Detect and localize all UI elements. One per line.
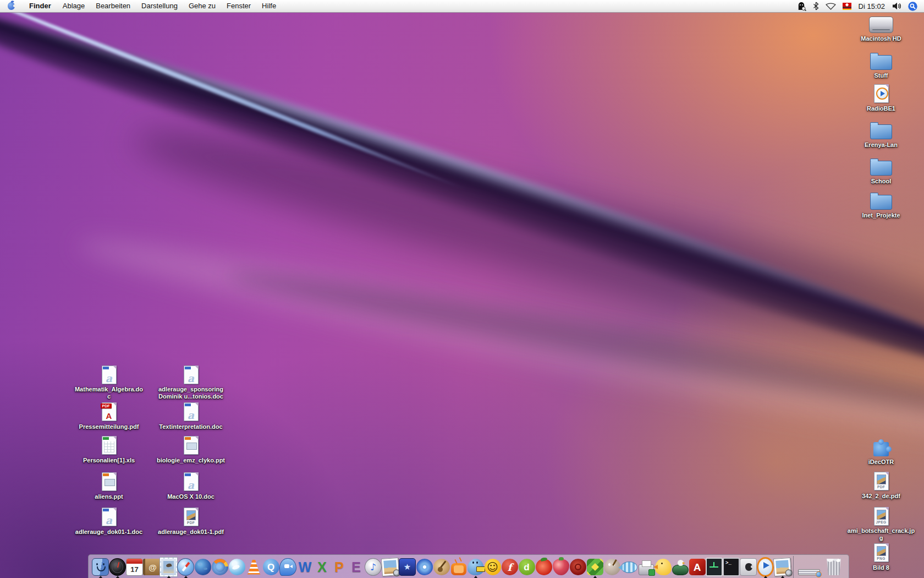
dock-ical[interactable]: 17 <box>126 556 143 578</box>
desktop-icon-personalien-xls[interactable]: Personalien[1].xls <box>68 435 150 465</box>
dock-terminal[interactable]: >_ <box>723 556 740 578</box>
dock-vlc[interactable] <box>245 556 262 578</box>
dock-adobe-acrobat[interactable]: A <box>689 556 706 578</box>
idvd-icon <box>416 559 433 575</box>
desktop-icon-macintosh-hd[interactable]: Macintosh HD <box>840 13 922 43</box>
dock-chicken-of-the-vnc[interactable] <box>672 556 689 578</box>
desktop-icon-mathematik-algebra-doc[interactable]: aMathematik_Algebra.do c <box>68 364 150 401</box>
macromedia-flash-icon: f <box>502 559 518 575</box>
spotlight-icon[interactable] <box>908 2 917 11</box>
dock-imovie[interactable]: ★ <box>399 556 416 578</box>
dock-garageband[interactable] <box>433 556 450 578</box>
dock-macromedia-dreamweaver[interactable]: d <box>518 556 535 578</box>
desktop-icon-erenya-lan[interactable]: Erenya-Lan <box>840 119 922 149</box>
icon-glyph: a <box>102 514 116 526</box>
dock-icon-glyph: A <box>694 562 701 572</box>
input-language-flag-icon[interactable] <box>843 3 851 10</box>
menu-fenster[interactable]: Fenster <box>221 0 256 12</box>
dock-idvd[interactable] <box>416 556 433 578</box>
ichat-icon <box>279 558 296 576</box>
menu-finder[interactable]: Finder <box>23 0 57 12</box>
dock-kaleidoscope-app[interactable] <box>586 556 603 578</box>
dock-quicktime[interactable]: Q <box>262 556 279 578</box>
icon-art <box>877 510 886 520</box>
dock-yahoo-messenger[interactable]: ☺ <box>484 556 501 578</box>
desktop-icon-bild-8[interactable]: PNGBild 8 <box>840 542 922 572</box>
dock-ichat[interactable] <box>279 556 296 578</box>
icon-art <box>186 443 197 450</box>
dock-icon-glyph: d <box>524 563 529 572</box>
dock-iphoto[interactable] <box>382 556 399 578</box>
dock-ms-excel[interactable]: X <box>314 556 331 578</box>
menu-ablage[interactable]: Ablage <box>57 0 90 12</box>
bluetooth-icon[interactable] <box>813 2 819 10</box>
desktop-icon-label: iDecOTR <box>868 459 894 466</box>
dock-cyberduck[interactable] <box>654 556 672 578</box>
menu-gehe-zu[interactable]: Gehe zu <box>183 0 221 12</box>
dock-photos-app[interactable] <box>774 556 791 578</box>
dock-macromedia-flash[interactable]: f <box>501 556 518 578</box>
garageband-icon <box>433 559 450 575</box>
menubar-clock[interactable]: Di 15:02 <box>857 2 886 10</box>
desktop-icon-radiobe1[interactable]: RadioBE1 <box>840 83 922 113</box>
icon-glyph: A <box>102 411 116 421</box>
dock-icon-glyph: ♪ <box>370 563 376 572</box>
dock-tomato-app[interactable] <box>535 556 552 578</box>
dock-printer-utility[interactable] <box>637 556 654 578</box>
dock-eyetv[interactable] <box>450 556 467 578</box>
pptdoc-icon <box>184 436 199 455</box>
dock-icon-glyph: P <box>334 560 344 574</box>
filetype-badge: JPEG <box>875 520 888 524</box>
dock-web-browser-globe[interactable] <box>194 556 211 578</box>
desktop-icon-textinterpretation-doc[interactable]: aTextinterpretation.doc <box>150 401 232 431</box>
dock-raspberry-app[interactable] <box>552 556 569 578</box>
dock-apple-system-utility[interactable] <box>740 556 757 578</box>
dock-realplayer[interactable] <box>757 556 774 578</box>
desktop-icon-342-2-de-pdf[interactable]: PDF342_2_de.pdf <box>840 471 922 500</box>
dock-minimized-window[interactable] <box>796 556 822 578</box>
hooded-spy-icon[interactable] <box>796 2 807 11</box>
dock-activity-monitor[interactable] <box>706 556 723 578</box>
dock-blue-messenger-bird[interactable] <box>228 556 245 578</box>
dock-ms-powerpoint[interactable]: P <box>331 556 348 578</box>
dock-address-book[interactable]: @ <box>143 556 160 578</box>
desktop-icon-label: RadioBE1 <box>867 105 895 112</box>
desktop-icon-adlerauge-dok01-1-doc[interactable]: aadlerauge_dok01-1.doc <box>68 506 150 536</box>
dock-itunes[interactable]: ♪ <box>365 556 382 578</box>
menu-bearbeiten[interactable]: Bearbeiten <box>90 0 136 12</box>
dock-trash[interactable] <box>822 556 845 578</box>
desktop-icon-inet-projekte[interactable]: Inet_Projekte <box>840 190 922 220</box>
dock-mail[interactable] <box>160 556 177 578</box>
dock-finder[interactable] <box>92 556 109 578</box>
desktop-icon-school[interactable]: School <box>840 156 922 186</box>
amsn-icon <box>468 559 484 575</box>
dock-red-disc-app[interactable] <box>569 556 586 578</box>
menu-darstellung[interactable]: Darstellung <box>136 0 183 12</box>
apple-menu[interactable] <box>0 2 23 10</box>
volume-icon[interactable] <box>892 2 902 10</box>
menu-hilfe[interactable]: Hilfe <box>256 0 282 12</box>
desktop-icon-aliens-ppt[interactable]: aliens.ppt <box>68 471 150 501</box>
airport-wifi-icon[interactable] <box>825 2 837 10</box>
bluefish-icon <box>621 561 637 573</box>
desktop-icon-adlerauge-dok01-1-pdf[interactable]: PDFadlerauge_dok01-1.pdf <box>150 506 232 536</box>
desktop-icon-ami-botschaft-crack-jpg[interactable]: JPEGami_botschaft_crack.jp g <box>840 506 922 542</box>
ms-excel-icon: X <box>314 559 331 575</box>
iphoto-icon <box>381 558 399 576</box>
icon-art <box>104 441 114 452</box>
tomato-app-icon <box>536 559 552 575</box>
dock-dashboard[interactable] <box>109 556 126 578</box>
dock-ms-word[interactable]: W <box>296 556 314 578</box>
dock-ms-entourage[interactable]: E <box>348 556 365 578</box>
desktop-icon-biologie-emz-clyko-ppt[interactable]: biologie_emz_clyko.ppt <box>150 435 232 465</box>
desktop-icon-stuff[interactable]: Stuff <box>840 50 922 80</box>
desktop-icon-adlerauge-sponsoring-doc[interactable]: aadlerauge_sponsoring Dominik u...tonios… <box>150 364 232 401</box>
desktop-icon-idecotr[interactable]: iDecOTR <box>840 437 922 466</box>
dock-amsn[interactable] <box>467 556 484 578</box>
desktop-icon-macos-x-10-doc[interactable]: aMacOS X 10.doc <box>150 471 232 501</box>
dock-bluefish[interactable] <box>620 556 637 578</box>
dock-safari[interactable] <box>177 556 194 578</box>
dock-firefox[interactable] <box>211 556 228 578</box>
activity-monitor-icon <box>706 558 723 576</box>
desktop-icon-pressemitteilung-pdf[interactable]: PDFAPressemitteilung.pdf <box>68 401 150 431</box>
